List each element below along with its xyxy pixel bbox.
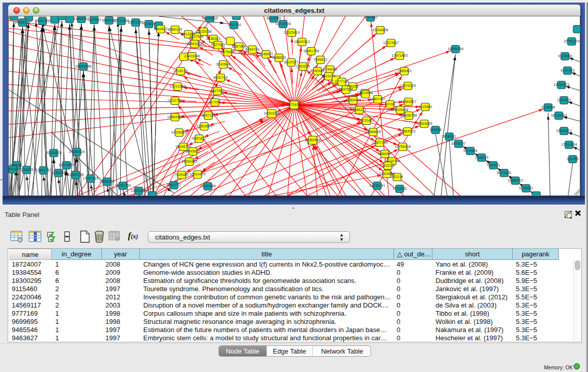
svg-text:10543362: 10543362	[186, 42, 202, 46]
svg-text:10699695: 10699695	[416, 122, 432, 125]
svg-text:19654985: 19654985	[167, 115, 183, 119]
svg-text:7955812: 7955812	[313, 58, 327, 61]
svg-text:9129966: 9129966	[558, 54, 572, 58]
svg-text:117006: 117006	[209, 100, 221, 104]
svg-text:10688609: 10688609	[365, 130, 381, 134]
svg-text:13736485: 13736485	[200, 184, 215, 188]
svg-text:1815112: 1815112	[381, 164, 395, 167]
svg-text:2935114: 2935114	[475, 156, 489, 159]
svg-text:15692971: 15692971	[556, 129, 572, 133]
svg-text:13654923: 13654923	[399, 129, 415, 133]
svg-text:17010504: 17010504	[561, 143, 577, 146]
svg-text:28053346: 28053346	[75, 64, 91, 68]
svg-text:1244415: 1244415	[557, 98, 571, 102]
svg-text:12093873: 12093873	[553, 83, 569, 86]
svg-text:12905135: 12905135	[68, 173, 83, 177]
svg-text:7515526: 7515526	[142, 22, 156, 26]
svg-text:9146821: 9146821	[259, 52, 273, 56]
svg-text:7663822: 7663822	[154, 27, 167, 31]
svg-text:8813054: 8813054	[267, 16, 280, 20]
svg-text:1621072: 1621072	[321, 74, 335, 78]
svg-text:18724007: 18724007	[286, 103, 302, 106]
svg-text:8454749: 8454749	[245, 48, 259, 51]
svg-text:10975867: 10975867	[58, 163, 74, 167]
svg-text:39154: 39154	[8, 167, 18, 171]
svg-text:15226058: 15226058	[195, 30, 211, 33]
svg-text:10719155: 10719155	[113, 19, 129, 23]
svg-text:9115460: 9115460	[419, 105, 432, 108]
svg-text:6497508: 6497508	[339, 87, 353, 91]
svg-text:435061: 435061	[10, 163, 22, 167]
svg-text:2367608: 2367608	[232, 45, 246, 48]
svg-text:12353594: 12353594	[196, 124, 212, 128]
svg-text:252214: 252214	[391, 175, 403, 179]
svg-text:2718176: 2718176	[173, 69, 187, 73]
svg-text:5875685: 5875685	[221, 50, 234, 54]
svg-text:20691406: 20691406	[34, 19, 50, 23]
svg-text:7625402: 7625402	[175, 173, 188, 177]
svg-text:16961758: 16961758	[303, 49, 319, 53]
svg-text:8471626: 8471626	[497, 171, 511, 174]
svg-text:15751074: 15751074	[563, 39, 579, 43]
svg-text:14120746: 14120746	[384, 159, 400, 163]
svg-text:9794028: 9794028	[323, 68, 337, 71]
svg-text:18300295: 18300295	[264, 112, 279, 115]
svg-text:8427552: 8427552	[210, 89, 224, 93]
svg-text:7357224: 7357224	[227, 23, 241, 27]
svg-text:1145194: 1145194	[52, 171, 66, 174]
svg-text:20206576: 20206576	[46, 151, 61, 155]
svg-text:10671355: 10671355	[127, 20, 143, 24]
svg-text:9327505: 9327505	[211, 43, 225, 47]
svg-text:9227343: 9227343	[560, 69, 574, 72]
svg-text:3267110: 3267110	[202, 114, 215, 117]
svg-text:9245052: 9245052	[519, 186, 533, 190]
svg-text:16648784: 16648784	[447, 47, 463, 51]
svg-text:16033809: 16033809	[202, 16, 217, 20]
svg-text:20364436: 20364436	[345, 98, 361, 102]
svg-text:15720407: 15720407	[358, 119, 374, 122]
svg-text:164095: 164095	[429, 128, 441, 132]
svg-text:15495758: 15495758	[401, 114, 417, 117]
svg-text:14136141: 14136141	[369, 184, 385, 187]
svg-text:10025438: 10025438	[392, 108, 408, 112]
svg-text:7485063: 7485063	[397, 69, 411, 73]
svg-text:17359924: 17359924	[69, 150, 84, 154]
svg-text:12975125: 12975125	[400, 84, 416, 87]
svg-text:10807487: 10807487	[369, 97, 385, 101]
svg-text:8322037: 8322037	[284, 60, 298, 64]
svg-text:1733426: 1733426	[393, 187, 406, 190]
svg-text:1156829: 1156829	[20, 168, 34, 171]
svg-text:8990448: 8990448	[310, 69, 324, 73]
svg-text:7632621: 7632621	[486, 163, 500, 167]
svg-text:12942757: 12942757	[35, 168, 51, 172]
svg-text:9684067: 9684067	[378, 152, 391, 156]
svg-text:10756928: 10756928	[395, 145, 410, 148]
svg-text:19166825: 19166825	[171, 130, 187, 134]
svg-text:22420046: 22420046	[184, 54, 200, 58]
svg-text:9242848: 9242848	[216, 62, 230, 66]
svg-text:12213363: 12213363	[169, 84, 185, 88]
svg-text:18907249: 18907249	[372, 141, 387, 144]
svg-text:16914479: 16914479	[189, 172, 205, 176]
svg-text:8186323: 8186323	[206, 37, 220, 40]
svg-text:13824554: 13824554	[357, 91, 373, 95]
svg-text:15046766: 15046766	[175, 145, 191, 148]
svg-text:9777169: 9777169	[335, 80, 349, 83]
svg-text:19384554: 19384554	[304, 138, 320, 142]
svg-text:6479197: 6479197	[451, 142, 465, 145]
svg-text:8960124: 8960124	[168, 28, 182, 31]
svg-text:9857832: 9857832	[192, 137, 206, 140]
svg-text:1362615: 1362615	[296, 64, 310, 68]
svg-text:3215958: 3215958	[541, 105, 555, 109]
svg-text:62160: 62160	[385, 102, 395, 106]
svg-text:16782759: 16782759	[115, 184, 130, 187]
svg-text:9857771: 9857771	[167, 183, 181, 187]
svg-text:14099485: 14099485	[181, 160, 197, 163]
svg-text:13958107: 13958107	[99, 180, 115, 183]
svg-text:7386372: 7386372	[352, 108, 366, 112]
svg-text:1588520: 1588520	[272, 56, 286, 59]
svg-text:1010755: 1010755	[168, 99, 182, 102]
svg-text:1527602: 1527602	[87, 18, 101, 21]
svg-text:12213967: 12213967	[383, 41, 399, 45]
svg-text:10973493: 10973493	[391, 54, 407, 57]
